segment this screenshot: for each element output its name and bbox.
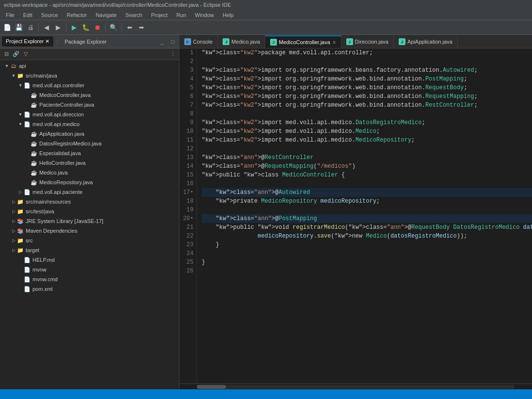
- menu-file[interactable]: File: [2, 11, 18, 19]
- tab-icon: J: [223, 38, 229, 45]
- editor-tab-apiapplication-java[interactable]: JApiApplication.java: [394, 35, 458, 48]
- file-icon: 📄: [23, 275, 31, 283]
- project-tree[interactable]: ▼🗂api▼📁src/main/java▼📄med.voll.api.contr…: [0, 60, 179, 389]
- toolbar-prev-edit[interactable]: ⬅: [124, 22, 135, 33]
- toolbar-new[interactable]: 📄: [2, 22, 13, 33]
- tree-label: ApiApplication.java: [39, 131, 84, 137]
- toolbar-run[interactable]: ▶: [69, 22, 80, 33]
- bottom-scroll[interactable]: [179, 383, 532, 389]
- status-bar: [0, 389, 532, 399]
- tree-collapse-all[interactable]: ⊟: [2, 50, 11, 59]
- tab-close-btn[interactable]: ✕: [332, 40, 336, 45]
- editor-tab-console[interactable]: CConsole: [179, 35, 218, 48]
- code-content[interactable]: "kw">class="kw2">package med.voll.api.co…: [197, 48, 532, 383]
- tree-item[interactable]: 📄HELP.md: [0, 255, 179, 265]
- tree-menu[interactable]: ⋮: [168, 50, 177, 59]
- toolbar-back[interactable]: ◀: [41, 22, 52, 33]
- folder-icon: 📁: [16, 246, 24, 254]
- tree-item[interactable]: 📄mvnw: [0, 265, 179, 274]
- toolbar-forward[interactable]: ▶: [53, 22, 64, 33]
- menu-help[interactable]: Help: [219, 11, 238, 19]
- menu-edit[interactable]: Edit: [19, 11, 36, 19]
- tree-item[interactable]: ▷📚Maven Dependencies: [0, 226, 179, 236]
- title-text: eclipse-workspace - api/src/main/java/me…: [4, 2, 231, 8]
- tree-label: med.voll.api.medico: [32, 121, 80, 127]
- tree-label: src/test/java: [26, 208, 54, 214]
- tree-item[interactable]: ▼🗂api: [0, 61, 179, 71]
- java-icon: ☕: [30, 178, 38, 186]
- tree-item[interactable]: ☕MedicoRepository.java: [0, 177, 179, 187]
- tree-label: Especialidad.java: [39, 150, 81, 156]
- tree-item[interactable]: ▷📁src/main/resources: [0, 197, 179, 207]
- left-panel: Project Explorer ✕ | Package Explorer _ …: [0, 35, 179, 389]
- panel-maximize-btn[interactable]: □: [168, 37, 177, 46]
- menu-project[interactable]: Project: [147, 11, 171, 19]
- tree-item[interactable]: ▷📄med.voll.api.paciente: [0, 187, 179, 197]
- lib-icon: 📚: [16, 217, 24, 225]
- line-numbers: 1234567891011121314151617•181920•2122232…: [179, 48, 197, 383]
- bottom-scroll-track: [197, 385, 515, 389]
- toolbar-search[interactable]: 🔍: [108, 22, 119, 33]
- bottom-scroll-thumb[interactable]: [197, 385, 226, 389]
- tree-item[interactable]: ▷📁src/test/java: [0, 207, 179, 216]
- tree-item[interactable]: ☕ApiApplication.java: [0, 129, 179, 139]
- tree-item[interactable]: ☕Especialidad.java: [0, 148, 179, 158]
- editor-tab-medicocontroller-java[interactable]: JMedicoController.java✕: [265, 35, 341, 48]
- toolbar-print[interactable]: 🖨: [25, 22, 36, 33]
- tab-project-explorer[interactable]: Project Explorer ✕: [2, 36, 53, 47]
- tab-package-explorer[interactable]: Package Explorer: [61, 37, 111, 47]
- tree-item[interactable]: ▷📁src: [0, 236, 179, 245]
- menu-bar: File Edit Source Refactor Navigate Searc…: [0, 10, 532, 20]
- tree-arrow: ▷: [11, 219, 16, 223]
- tree-filter[interactable]: ▽: [21, 50, 30, 59]
- tree-label: DatosRegistroMedico.java: [39, 141, 101, 146]
- panel-minimize-btn[interactable]: _: [158, 37, 166, 46]
- tree-item[interactable]: 📄mvnw.cmd: [0, 274, 179, 284]
- tree-label: target: [26, 247, 39, 253]
- tree-item[interactable]: ☕PacienteController.java: [0, 100, 179, 110]
- tree-label: med.voll.api.paciente: [32, 189, 82, 195]
- toolbar-save[interactable]: 💾: [14, 22, 24, 33]
- tree-item[interactable]: ▼📄med.voll.api.direccion: [0, 110, 179, 119]
- tree-item[interactable]: ▷📁target: [0, 245, 179, 255]
- menu-source[interactable]: Source: [37, 11, 62, 19]
- tab-label: Console: [193, 39, 212, 45]
- toolbar-debug[interactable]: 🐛: [81, 22, 91, 33]
- tab-label: ApiApplication.java: [407, 39, 452, 45]
- tab-label: Medico.java: [231, 39, 260, 45]
- tab-icon: C: [184, 38, 191, 45]
- tree-arrow: ▼: [17, 122, 23, 127]
- menu-navigate[interactable]: Navigate: [92, 11, 120, 19]
- editor-tab-direccion-java[interactable]: JDireccion.java: [341, 35, 394, 48]
- tree-label: MedicoController.java: [39, 92, 91, 98]
- tree-item[interactable]: ▼📄med.voll.api.medico: [0, 119, 179, 129]
- file-icon: 📄: [23, 256, 31, 264]
- tree-link-editor[interactable]: 🔗: [12, 50, 20, 59]
- tree-item[interactable]: ☕Medico.java: [0, 168, 179, 177]
- folder-icon: 📁: [16, 237, 24, 244]
- tree-item[interactable]: ▼📁src/main/java: [0, 71, 179, 80]
- toolbar-sep-3: [105, 23, 106, 32]
- tree-arrow: ▷: [17, 190, 23, 194]
- menu-refactor[interactable]: Refactor: [63, 11, 91, 19]
- menu-window[interactable]: Window: [191, 11, 218, 19]
- tree-item[interactable]: ▼📄med.voll.api.controller: [0, 80, 179, 90]
- menu-search[interactable]: Search: [122, 11, 146, 19]
- tree-label: mvnw.cmd: [32, 276, 58, 282]
- tree-item[interactable]: ☕HelloController.java: [0, 158, 179, 168]
- tree-label: HELP.md: [32, 257, 55, 263]
- tree-item[interactable]: 📄pom.xml: [0, 284, 179, 294]
- tree-item[interactable]: ▷📚JRE System Library [JavaSE-17]: [0, 216, 179, 226]
- java-icon: ☕: [30, 130, 38, 138]
- menu-run[interactable]: Run: [173, 11, 190, 19]
- java-icon: ☕: [30, 159, 38, 167]
- toolbar-stop[interactable]: ⏹: [92, 22, 103, 33]
- package-icon: 📄: [23, 188, 31, 196]
- toolbar-next-edit[interactable]: ➡: [136, 22, 146, 33]
- tree-item[interactable]: ☕DatosRegistroMedico.java: [0, 139, 179, 148]
- toolbar: 📄 💾 🖨 ◀ ▶ ▶ 🐛 ⏹ 🔍 ⬅ ➡: [0, 20, 532, 35]
- editor-tab-medico-java[interactable]: JMedico.java: [218, 35, 265, 48]
- right-panel: CConsoleJMedico.javaJMedicoController.ja…: [179, 35, 532, 389]
- tree-label: med.voll.api.controller: [32, 82, 84, 88]
- tree-item[interactable]: ☕MedicoController.java: [0, 90, 179, 100]
